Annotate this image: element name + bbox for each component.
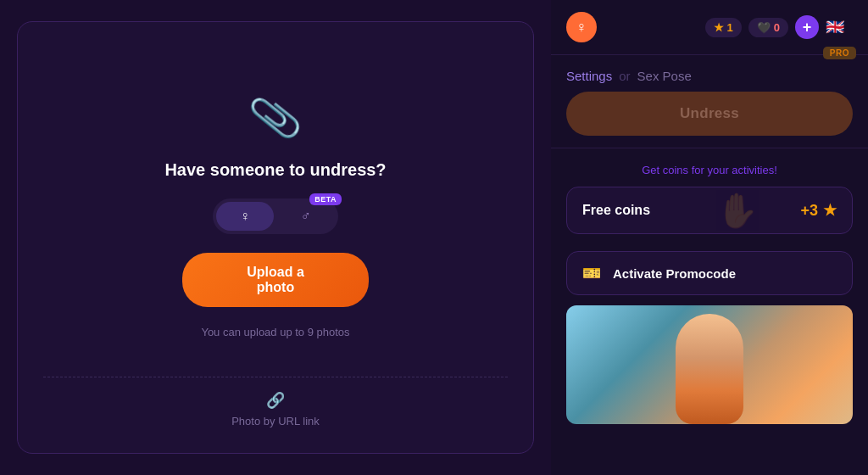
upload-title: Have someone to undress?	[164, 160, 386, 180]
free-coins-reward: +3 ★	[800, 201, 837, 220]
upload-hint: You can upload up to 9 photos	[201, 326, 349, 338]
free-coins-label: Free coins	[582, 203, 650, 218]
star-count: 1	[727, 21, 733, 34]
coin-count: 0	[774, 21, 780, 34]
url-link-label[interactable]: Photo by URL link	[231, 415, 320, 428]
promo-label: Activate Promocode	[613, 266, 736, 281]
activate-promocode-button[interactable]: 🎫 Activate Promocode	[566, 251, 853, 295]
upload-main: 📎 Have someone to undress? ♀ ♂ BETA Uplo…	[164, 56, 386, 377]
male-gender-btn[interactable]: ♂ BETA	[277, 202, 335, 231]
divider	[551, 148, 868, 148]
coins-section: Get coins for your activities! ✋ Free co…	[551, 152, 868, 243]
logo-icon: ♀	[566, 12, 597, 42]
male-icon: ♂	[301, 209, 311, 224]
logo-symbol: ♀	[576, 19, 587, 36]
language-flag-button[interactable]: 🇬🇧	[826, 18, 853, 36]
pro-badge[interactable]: PRO	[823, 47, 856, 59]
beta-badge: BETA	[309, 193, 342, 205]
upload-bottom: 🔗 Photo by URL link	[43, 377, 508, 428]
free-coins-card[interactable]: ✋ Free coins +3 ★	[566, 187, 853, 234]
gender-toggle[interactable]: ♀ ♂ BETA	[213, 198, 338, 234]
coin-badge: 🖤 0	[748, 18, 788, 37]
flag-icon: 🇬🇧	[826, 19, 844, 36]
add-coins-button[interactable]: +	[795, 15, 819, 39]
tab-sex-pose[interactable]: Sex Pose	[637, 69, 692, 83]
reward-star-icon: ★	[823, 201, 837, 220]
tab-separator: or	[619, 69, 630, 83]
preview-figure	[676, 314, 743, 424]
upload-photo-button[interactable]: Upload a photo	[182, 253, 369, 307]
header-actions: ★ 1 🖤 0 + 🇬🇧	[705, 15, 853, 39]
female-icon: ♀	[240, 209, 250, 224]
free-coins-bg-decoration: ✋	[716, 187, 801, 233]
upload-card: 📎 Have someone to undress? ♀ ♂ BETA Uplo…	[17, 21, 534, 454]
coins-subtitle: Get coins for your activities!	[566, 164, 853, 176]
star-badge: ★ 1	[705, 18, 742, 37]
paperclip-icon: 📎	[247, 90, 305, 146]
left-panel: 📎 Have someone to undress? ♀ ♂ BETA Uplo…	[0, 0, 551, 475]
free-coins-amount: +3	[800, 202, 818, 220]
undress-button[interactable]: Undress	[566, 92, 853, 136]
url-link-icon: 🔗	[266, 391, 285, 410]
tab-settings[interactable]: Settings	[566, 69, 612, 83]
promo-icon: 🎫	[582, 264, 601, 282]
right-panel: ♀ ★ 1 🖤 0 + 🇬🇧 PRO Settings or Sex Pose …	[551, 0, 868, 475]
star-icon: ★	[714, 21, 724, 34]
tabs-row: Settings or Sex Pose	[551, 55, 868, 92]
heart-icon: 🖤	[757, 21, 771, 34]
preview-image	[566, 305, 853, 424]
female-gender-btn[interactable]: ♀	[216, 202, 274, 231]
right-header: ♀ ★ 1 🖤 0 + 🇬🇧	[551, 0, 868, 55]
